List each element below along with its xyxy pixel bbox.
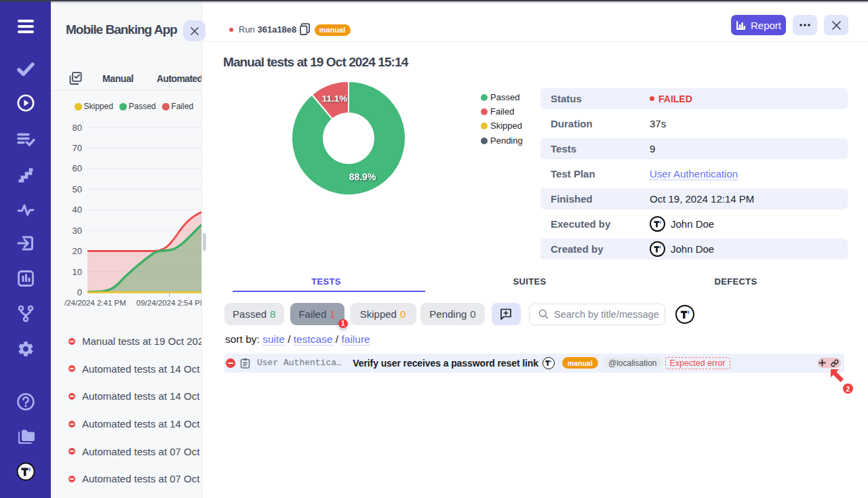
- svg-text:40: 40: [73, 205, 82, 215]
- svg-text:50: 50: [73, 184, 82, 194]
- svg-text:0: 0: [77, 287, 82, 297]
- svg-text:70: 70: [73, 143, 82, 153]
- svg-text:88.9%: 88.9%: [349, 171, 376, 182]
- svg-text:20: 20: [73, 246, 82, 256]
- svg-text:10: 10: [73, 267, 82, 277]
- svg-text:80: 80: [73, 123, 82, 133]
- svg-text:60: 60: [73, 163, 82, 173]
- svg-text:11.1%: 11.1%: [321, 94, 347, 104]
- svg-text:30: 30: [73, 226, 82, 236]
